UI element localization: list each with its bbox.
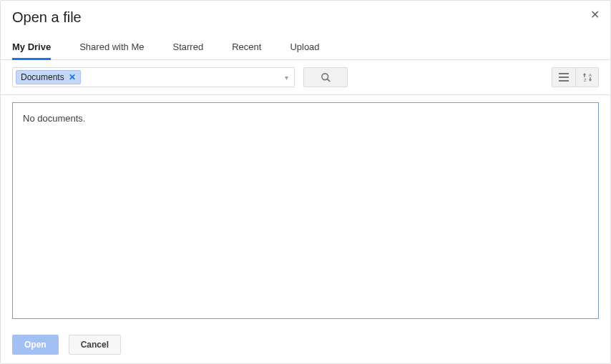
tab-label: Upload bbox=[290, 41, 319, 52]
svg-rect-2 bbox=[559, 73, 569, 74]
view-toggle-group: A Z bbox=[552, 67, 599, 87]
dialog-title: Open a file bbox=[12, 9, 599, 26]
svg-text:Z: Z bbox=[584, 78, 587, 82]
svg-text:A: A bbox=[589, 73, 592, 77]
chip-remove-icon[interactable]: ✕ bbox=[69, 73, 76, 82]
dialog-footer: Open Cancel bbox=[1, 326, 610, 363]
sort-az-icon: A Z bbox=[582, 72, 592, 82]
svg-point-0 bbox=[321, 73, 328, 79]
svg-rect-4 bbox=[559, 80, 569, 82]
cancel-button[interactable]: Cancel bbox=[69, 335, 121, 355]
tab-label: My Drive bbox=[12, 41, 51, 52]
list-view-icon bbox=[559, 73, 569, 82]
tab-label: Shared with Me bbox=[79, 41, 144, 52]
file-list-area: No documents. bbox=[12, 102, 599, 319]
tabs: My Drive Shared with Me Starred Recent U… bbox=[1, 34, 610, 60]
folder-chip[interactable]: Documents ✕ bbox=[16, 70, 81, 84]
toolbar-left: Documents ✕ ▾ bbox=[12, 67, 348, 87]
toolbar-right: A Z bbox=[552, 67, 599, 87]
sort-button[interactable]: A Z bbox=[575, 68, 598, 87]
tab-shared-with-me[interactable]: Shared with Me bbox=[79, 34, 157, 59]
tab-label: Starred bbox=[173, 41, 204, 52]
search-icon bbox=[321, 72, 331, 83]
tab-starred[interactable]: Starred bbox=[173, 34, 217, 59]
chevron-down-icon[interactable]: ▾ bbox=[285, 74, 288, 82]
tab-upload[interactable]: Upload bbox=[290, 34, 332, 59]
tab-my-drive[interactable]: My Drive bbox=[12, 34, 64, 59]
tab-recent[interactable]: Recent bbox=[232, 34, 274, 59]
open-button[interactable]: Open bbox=[12, 335, 59, 355]
folder-chip-label: Documents bbox=[21, 72, 64, 82]
search-button[interactable] bbox=[303, 67, 348, 87]
open-file-dialog: Open a file ✕ My Drive Shared with Me St… bbox=[0, 0, 611, 364]
tab-label: Recent bbox=[232, 41, 261, 52]
svg-line-1 bbox=[327, 79, 330, 82]
close-icon: ✕ bbox=[590, 9, 600, 21]
dialog-header: Open a file ✕ bbox=[1, 1, 610, 30]
list-view-button[interactable] bbox=[552, 68, 575, 87]
open-button-label: Open bbox=[24, 340, 47, 350]
close-button[interactable]: ✕ bbox=[587, 8, 602, 22]
svg-rect-3 bbox=[559, 77, 569, 78]
cancel-button-label: Cancel bbox=[81, 340, 109, 350]
empty-state-message: No documents. bbox=[23, 113, 588, 124]
folder-breadcrumb[interactable]: Documents ✕ ▾ bbox=[12, 67, 295, 87]
toolbar: Documents ✕ ▾ bbox=[1, 60, 610, 95]
